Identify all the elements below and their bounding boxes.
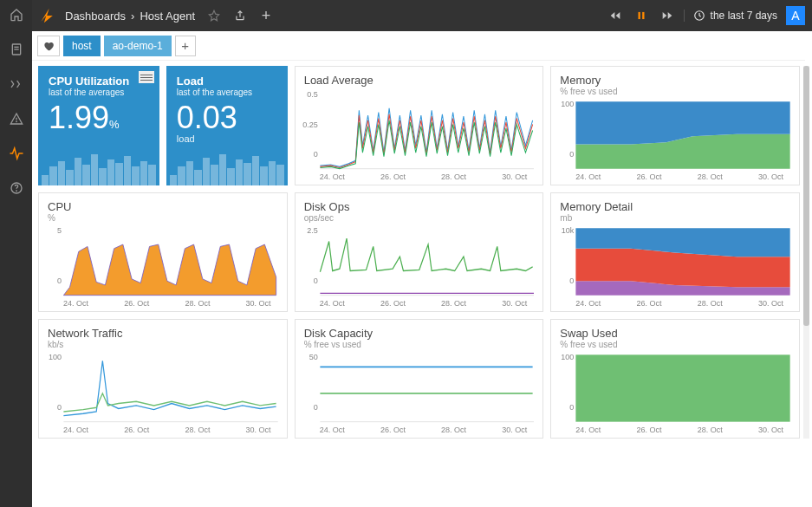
star-icon[interactable] [207,9,221,23]
add-tag-button[interactable]: + [175,36,196,56]
tile-title: CPU Utilization [49,75,149,88]
tile-sub: last of the averages [49,88,149,97]
share-icon[interactable] [233,9,247,23]
tag-ao-demo-1[interactable]: ao-demo-1 [104,36,172,56]
card-title: Disk Ops [304,200,535,213]
svg-rect-16 [576,354,790,421]
disk-capacity-card[interactable]: Disk Capacity % free vs used 500 24. Oct… [295,319,544,439]
chevron-right-icon: › [131,10,134,23]
card-sub: ops/sec [304,213,535,223]
tile-sparkbars [38,151,159,185]
card-title: Load Average [304,74,535,87]
dashboard-grid: CPU Utilization last of the averages 1.9… [38,66,800,507]
card-sub: mb [560,213,790,223]
card-sub: % free vs used [560,87,790,96]
network-traffic-card[interactable]: Network Traffic kb/s 1000 24. Oct26. Oct… [38,319,288,439]
trace-icon[interactable] [9,76,24,92]
tag-bar: host ao-demo-1 + [32,31,805,61]
tile-unit: load [177,133,277,144]
card-title: Swap Used [560,327,790,340]
breadcrumb-page: Host Agent [140,10,195,23]
tag-host[interactable]: host [63,36,101,56]
card-title: Disk Capacity [304,327,535,340]
disk-ops-card[interactable]: Disk Ops ops/sec 2.50 24. Oct26. Oct28. … [295,192,544,312]
card-sub: % [48,213,278,223]
swap-used-card[interactable]: Swap Used % free vs used 1000 24. Oct26.… [550,319,800,439]
memory-detail-card[interactable]: Memory Detail mb 10k0 24. Oct26. Oct28. … [550,192,800,312]
card-sub: kb/s [48,340,278,349]
memory-chart [560,100,790,171]
tile-sub: last of the averages [177,88,277,97]
card-title: Memory Detail [560,200,790,213]
load-average-chart [304,90,535,171]
card-sub: % free vs used [560,340,790,349]
disk-capacity-chart [304,353,535,424]
card-sub: % free vs used [304,340,535,349]
load-tile[interactable]: Load last of the averages 0.03 load [166,66,288,185]
plus-icon[interactable]: + [259,9,273,23]
clock-icon [693,10,705,22]
svg-rect-8 [642,12,644,19]
alert-icon[interactable] [9,111,24,127]
pulse-icon[interactable] [9,146,24,161]
time-range-picker[interactable]: the last 7 days [684,10,777,22]
cpu-utilization-tile[interactable]: CPU Utilization last of the averages 1.9… [38,66,159,185]
network-chart [48,353,278,424]
tile-unit: % [109,118,120,131]
breadcrumb: Dashboards › Host Agent [65,10,195,23]
swap-chart [560,353,790,424]
card-title: Network Traffic [48,327,278,340]
sidebar-rail [0,0,32,507]
user-avatar[interactable]: A [786,6,805,25]
memory-detail-chart [560,226,790,297]
cpu-chart [48,226,278,297]
scrollbar-thumb[interactable] [803,66,809,326]
help-icon[interactable] [9,180,24,196]
pause-icon[interactable] [634,9,648,23]
svg-point-4 [16,121,16,122]
rewind-icon[interactable] [608,9,622,23]
disk-ops-chart [304,226,535,297]
forward-icon[interactable] [660,9,674,23]
memory-card[interactable]: Memory % free vs used 1000 24. Oct26. Oc… [550,66,800,185]
favorite-button[interactable] [37,36,60,56]
tile-menu-icon[interactable] [139,71,154,83]
tile-title: Load [177,75,277,88]
metric-tile-cell: CPU Utilization last of the averages 1.9… [38,66,288,185]
home-icon[interactable] [9,7,24,23]
svg-rect-7 [638,12,640,19]
cpu-card[interactable]: CPU % 50 24. Oct26. Oct28. Oct30. Oct [38,192,288,312]
svg-point-6 [16,191,16,192]
tile-value: 1.99 [49,100,109,135]
breadcrumb-root[interactable]: Dashboards [65,10,126,23]
doc-icon[interactable] [9,42,24,57]
card-title: Memory [560,74,790,87]
tile-value: 0.03 [177,102,277,133]
tile-sparkbars [166,151,288,185]
time-range-label: the last 7 days [711,10,777,22]
topbar: Dashboards › Host Agent + the last 7 day… [32,0,812,31]
card-title: CPU [48,200,278,213]
load-average-card[interactable]: Load Average 0.50.250 24. Oct26. Oct28. … [295,66,544,185]
logo-icon [39,7,56,24]
